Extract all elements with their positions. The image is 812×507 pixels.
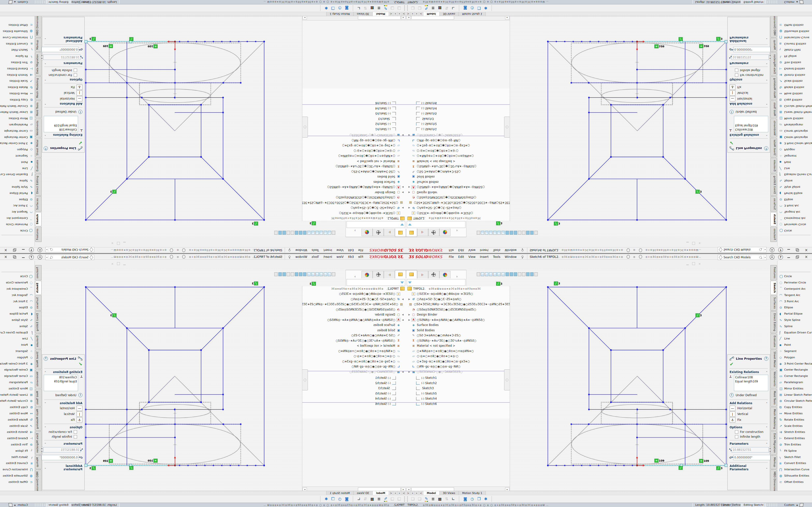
collapse-icon[interactable]: ⌃ bbox=[44, 103, 46, 105]
list-icon[interactable]: ≣ bbox=[377, 6, 380, 10]
tree-row[interactable]: ▶ ○5ƧNИ◎◦∗A∗◎NИA○◉○AИN◎∗A∗◦◎ИN5Ƨ○ bbox=[406, 317, 510, 323]
view-cube-icon[interactable] bbox=[315, 272, 319, 276]
collapse-icon[interactable]: ⌃ bbox=[766, 443, 768, 445]
command-tab[interactable]: Data Migration bbox=[770, 52, 777, 76]
tree-row[interactable]: Solid Bodies bbox=[302, 328, 406, 333]
flyout-tool[interactable]: ◖ Partial Ellipse bbox=[777, 311, 812, 317]
menu-item[interactable]: File bbox=[356, 248, 365, 252]
toolbar-circle-icon[interactable] bbox=[627, 255, 630, 259]
search-input[interactable]: Search CAD Models bbox=[53, 248, 89, 251]
relation-badge[interactable]: ╱ bbox=[678, 466, 683, 470]
expand-arrow-icon[interactable]: ▶ bbox=[401, 207, 404, 209]
flyout-tool[interactable]: ⊙ Ellipse bbox=[0, 196, 35, 203]
menu-item[interactable]: Window bbox=[293, 255, 309, 259]
axis-icon[interactable]: ∟ bbox=[452, 6, 455, 10]
tree-row[interactable]: ○·◎∗○∗⊙Ⅱ○◉○Ⅱ⊙∗○∗◎·○ bbox=[406, 354, 510, 359]
relation-badge[interactable]: ╱ bbox=[129, 37, 134, 41]
command-tab[interactable]: Surfaces bbox=[35, 196, 42, 212]
relation-item[interactable]: Collinear108 bbox=[45, 127, 77, 131]
section-add-relations[interactable]: Add Relations⌃ bbox=[42, 401, 84, 405]
collapse-icon[interactable]: ⌃ bbox=[44, 78, 46, 81]
flyout-tool[interactable]: ↗ Scale Entities bbox=[777, 78, 812, 84]
minimize-button[interactable] bbox=[788, 249, 790, 251]
table-icon[interactable]: ▦ bbox=[438, 6, 442, 10]
command-tab[interactable]: Mesh Modeling bbox=[35, 76, 42, 100]
flyout-tool[interactable]: ⁘ Segment bbox=[777, 348, 812, 354]
unit-system-selector[interactable]: Custom ▲ bbox=[784, 0, 803, 4]
option-for-construction[interactable]: For construction bbox=[42, 430, 84, 434]
flyout-tool[interactable]: ╮ Sketch Fillet bbox=[777, 454, 812, 460]
toolbar-circle-icon[interactable] bbox=[170, 248, 173, 252]
tree-split-bar[interactable] bbox=[406, 136, 510, 136]
command-tab[interactable]: Sheet Metal bbox=[770, 138, 777, 158]
pin-icon[interactable] bbox=[521, 256, 524, 258]
flyout-tool[interactable]: ⁘ Segment bbox=[777, 153, 812, 159]
view-cube-icon[interactable] bbox=[485, 231, 489, 235]
tree-row[interactable]: ○5Ƨɞ◎5ƧNИƷƐ5Ƨ○◉○Ƨ5ƷƐИN5Ƨ◎ɞƧ5○ bbox=[302, 195, 406, 201]
flyout-tool[interactable]: ⊘ Trim Entities bbox=[777, 59, 812, 66]
flyout-tool[interactable]: ▪ Point bbox=[777, 342, 812, 348]
section-add-relations[interactable]: Add Relations⌃ bbox=[42, 102, 84, 106]
flyout-tool[interactable]: ◠ Tangent Arc bbox=[777, 209, 812, 215]
equal-length-badge[interactable]: ≡109 bbox=[699, 459, 709, 463]
save-view-icon[interactable] bbox=[534, 231, 538, 235]
checkbox[interactable] bbox=[735, 435, 738, 439]
flyout-tool[interactable]: ⊢ Extend Entities bbox=[0, 65, 35, 72]
flyout-tool[interactable]: ⧉ Copy Entities bbox=[0, 404, 35, 410]
flyout-tool[interactable]: ƒ Equation Driven Curve bbox=[777, 171, 812, 178]
list-icon[interactable]: ≣ bbox=[377, 497, 380, 501]
relation-item[interactable]: Collinear108 bbox=[735, 127, 767, 131]
tabs-overflow-chevron[interactable]: › bbox=[354, 275, 356, 278]
relations-listbox[interactable]: Collinear108 Equal length109 bbox=[44, 375, 78, 391]
command-tab[interactable]: Surfaces bbox=[770, 295, 777, 311]
camera-check-icon[interactable]: ◙ bbox=[463, 6, 467, 10]
flyout-tool[interactable]: ⊢ Extend Entities bbox=[777, 435, 812, 442]
flyout-tool[interactable]: ⊙ Ellipse bbox=[0, 304, 35, 311]
view-cube-icon[interactable] bbox=[493, 231, 497, 235]
view-cube-icon[interactable] bbox=[510, 231, 513, 235]
tabs-overflow-chevron[interactable]: › bbox=[456, 229, 458, 232]
checkbox[interactable] bbox=[74, 430, 77, 434]
flyout-tool[interactable]: ⧈ Convert Entities bbox=[0, 460, 35, 466]
tree-split-bar[interactable] bbox=[406, 402, 510, 403]
flyout-tool[interactable]: ◯ Circle bbox=[777, 227, 812, 234]
view-cube-icon[interactable] bbox=[493, 272, 497, 276]
user-account-icon[interactable] bbox=[38, 247, 42, 252]
folder-check-icon[interactable]: ❒ bbox=[477, 497, 481, 501]
flyout-tool[interactable]: ╱ Line bbox=[0, 165, 35, 171]
tab-nav-icon[interactable]: ◂ bbox=[410, 12, 415, 16]
tree-row-locked-folder[interactable]: ▶ ○5ƧƷƐИNAƆ·○◉○·ƆANИƷƐƧ5○ bbox=[406, 133, 510, 138]
camera-check-icon[interactable]: ◙ bbox=[463, 497, 467, 501]
view-cube-icon[interactable] bbox=[526, 272, 529, 276]
flyout-tool[interactable]: ƒ Equation Driven Curve bbox=[777, 329, 812, 336]
flyout-tool[interactable]: ◠ 3 Point Arc bbox=[0, 203, 35, 209]
sheets-icon[interactable]: ❏ bbox=[418, 6, 421, 10]
save-view-icon[interactable] bbox=[274, 272, 278, 276]
flyout-tool[interactable]: ◈ 3 Point Center Recta... bbox=[0, 140, 35, 147]
checkbox[interactable] bbox=[74, 68, 77, 72]
tree-row[interactable]: ○ИN◦gɕ◦ɞ◎○◉○◎ɞ◦ɕg◦NИ○ bbox=[302, 364, 406, 370]
relation-badge[interactable]: ╱3 bbox=[496, 221, 502, 225]
view-cube-icon[interactable] bbox=[295, 231, 298, 235]
relation-badge[interactable]: ╱3 bbox=[310, 221, 316, 225]
sketch-row[interactable]: (-) Sketch2 bbox=[302, 381, 406, 386]
tree-row[interactable]: ○∗Ʒ϶g◦ɞ○∗⊙Ⅱ○◉○Ⅱ⊙∗○ɞ◦g϶Ʒ∗○ bbox=[302, 143, 406, 149]
flyout-tool[interactable]: ▱ Parallelogram bbox=[0, 122, 35, 128]
gear-icon[interactable]: ✱ bbox=[484, 6, 487, 10]
flyout-tool[interactable]: ⊛ Circular Sketch Pattern bbox=[777, 398, 812, 404]
sketch-row[interactable]: (-) Sketch1 bbox=[406, 376, 510, 381]
view-doc-icon[interactable] bbox=[477, 272, 480, 276]
menu-item[interactable]: Tools bbox=[491, 255, 503, 259]
relation-badge[interactable]: ╱3 bbox=[554, 222, 560, 225]
flyout-tool[interactable]: ▭ Corner Rectangle bbox=[777, 128, 812, 134]
tree-row-locked-folder[interactable]: ▶ ○5ƧƷƐИNAƆ·○◉○·ƆANИƷƐƧ5○ bbox=[406, 369, 510, 375]
view-cube-icon[interactable] bbox=[481, 231, 484, 235]
add-relation-row[interactable]: ⚓ Fix bbox=[728, 84, 770, 90]
panel-help-icon[interactable]: ? bbox=[764, 356, 768, 361]
tab-displaymanager[interactable] bbox=[361, 271, 373, 278]
tree-row[interactable]: Surface Bodies bbox=[406, 323, 510, 328]
tab-configurationmanager[interactable] bbox=[373, 271, 384, 278]
relation-badge[interactable]: ╱3 bbox=[696, 190, 702, 193]
tree-filter-box[interactable] bbox=[347, 279, 405, 286]
relation-button-icon[interactable]: | bbox=[77, 90, 83, 96]
